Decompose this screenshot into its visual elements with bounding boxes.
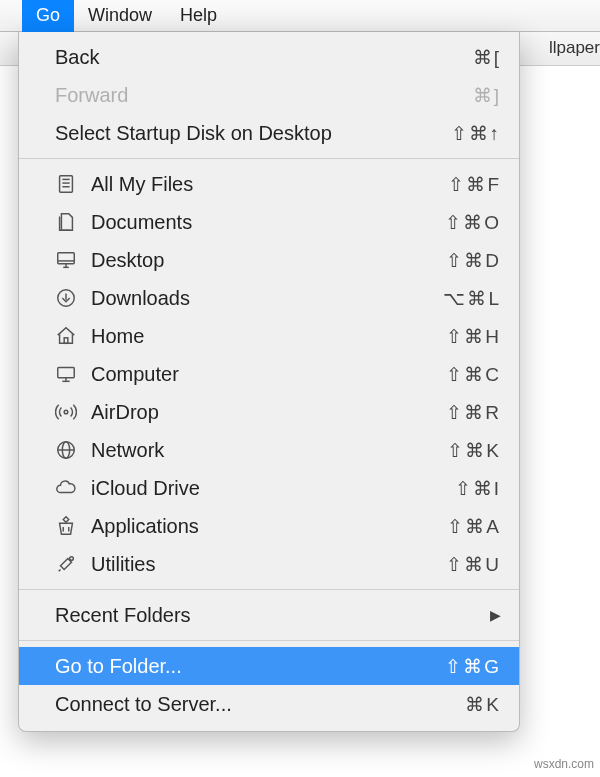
menu-network[interactable]: Network ⇧⌘K [19,431,519,469]
utilities-icon [51,553,81,575]
menu-label: All My Files [91,173,448,196]
go-menu-dropdown: Back ⌘[ Forward ⌘] Select Startup Disk o… [18,32,520,732]
menu-shortcut: ⇧⌘O [445,211,501,234]
downloads-icon [51,287,81,309]
menu-label: Downloads [91,287,443,310]
desktop-icon [51,249,81,271]
menu-shortcut: ⇧⌘G [445,655,501,678]
menu-all-my-files[interactable]: All My Files ⇧⌘F [19,165,519,203]
menubar-help[interactable]: Help [166,0,231,32]
menu-shortcut: ⇧⌘K [447,439,501,462]
menu-shortcut: ⇧⌘F [448,173,501,196]
menu-label: Network [91,439,447,462]
menu-label: AirDrop [91,401,446,424]
menu-shortcut: ⇧⌘U [446,553,501,576]
menu-separator [19,158,519,159]
menu-shortcut: ⇧⌘I [455,477,501,500]
menu-shortcut: ⇧⌘R [446,401,501,424]
watermark: wsxdn.com [534,757,594,771]
menubar: Go Window Help [0,0,600,32]
menu-airdrop[interactable]: AirDrop ⇧⌘R [19,393,519,431]
menu-label: Documents [91,211,445,234]
menu-separator [19,589,519,590]
menu-shortcut: ⌘[ [473,46,501,69]
icloud-icon [51,477,81,499]
menu-label: Home [91,325,446,348]
svg-rect-10 [58,368,75,378]
all-files-icon [51,173,81,195]
menu-downloads[interactable]: Downloads ⌥⌘L [19,279,519,317]
menu-utilities[interactable]: Utilities ⇧⌘U [19,545,519,583]
menu-separator [19,640,519,641]
menu-shortcut: ⇧⌘D [446,249,501,272]
network-icon [51,439,81,461]
chevron-right-icon: ▶ [490,607,501,623]
menu-shortcut: ⌥⌘L [443,287,501,310]
airdrop-icon [51,401,81,423]
home-icon [51,325,81,347]
menu-shortcut: ⇧⌘C [446,363,501,386]
menubar-window[interactable]: Window [74,0,166,32]
svg-rect-4 [58,253,75,264]
menu-icloud-drive[interactable]: iCloud Drive ⇧⌘I [19,469,519,507]
svg-rect-0 [60,176,73,193]
menu-documents[interactable]: Documents ⇧⌘O [19,203,519,241]
menu-shortcut: ⌘] [473,84,501,107]
menu-label: Computer [91,363,446,386]
menu-label: Select Startup Disk on Desktop [55,122,451,145]
menu-label: Utilities [91,553,446,576]
menu-applications[interactable]: Applications ⇧⌘A [19,507,519,545]
menu-shortcut: ⇧⌘↑ [451,122,502,145]
menu-go-to-folder[interactable]: Go to Folder... ⇧⌘G [19,647,519,685]
svg-point-13 [64,410,68,414]
svg-rect-9 [64,338,68,344]
menu-connect-to-server[interactable]: Connect to Server... ⌘K [19,685,519,723]
menubar-go[interactable]: Go [22,0,74,32]
documents-icon [51,211,81,233]
menu-desktop[interactable]: Desktop ⇧⌘D [19,241,519,279]
path-fragment: llpaper [549,38,600,58]
menu-computer[interactable]: Computer ⇧⌘C [19,355,519,393]
svg-point-19 [70,557,74,561]
menu-label: Forward [55,84,473,107]
menu-forward: Forward ⌘] [19,76,519,114]
menu-label: iCloud Drive [91,477,455,500]
menu-label: Recent Folders [55,604,490,627]
menu-shortcut: ⌘K [465,693,501,716]
menu-label: Desktop [91,249,446,272]
menu-shortcut: ⇧⌘H [446,325,501,348]
menu-home[interactable]: Home ⇧⌘H [19,317,519,355]
menu-shortcut: ⇧⌘A [447,515,501,538]
menu-label: Back [55,46,473,69]
menu-label: Connect to Server... [55,693,465,716]
menu-back[interactable]: Back ⌘[ [19,38,519,76]
menu-label: Go to Folder... [55,655,445,678]
menu-recent-folders[interactable]: Recent Folders ▶ [19,596,519,634]
menu-select-startup-disk[interactable]: Select Startup Disk on Desktop ⇧⌘↑ [19,114,519,152]
menu-label: Applications [91,515,447,538]
computer-icon [51,363,81,385]
applications-icon [51,515,81,537]
